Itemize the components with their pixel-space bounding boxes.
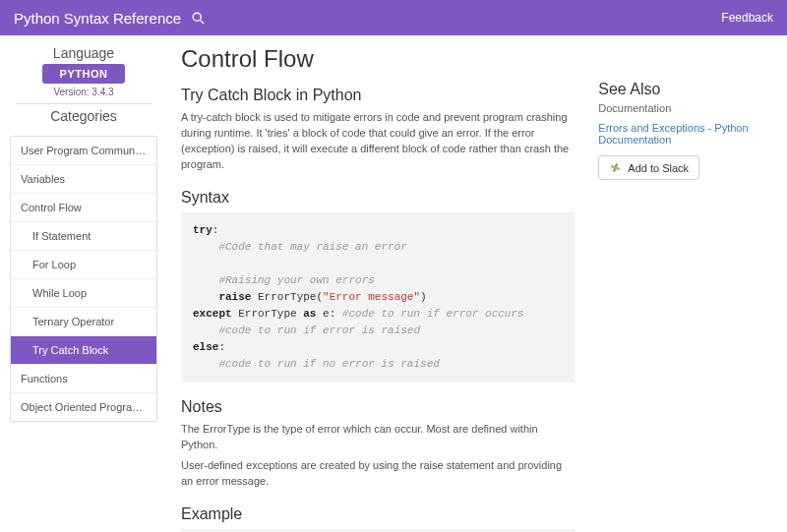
language-block: Language PYTHON Version: 3.4.3 — [10, 41, 157, 103]
search-icon[interactable] — [191, 11, 206, 26]
layout: Language PYTHON Version: 3.4.3 Categorie… — [0, 35, 787, 532]
documentation-label: Documentation — [598, 102, 787, 114]
svg-point-0 — [193, 13, 201, 21]
intro-text: A try-catch block is used to mitigate er… — [181, 110, 575, 173]
language-button[interactable]: PYTHON — [42, 64, 126, 84]
external-doc-link[interactable]: Errors and Exceptions - Python Documenta… — [598, 122, 787, 146]
sidebar-item[interactable]: For Loop — [11, 251, 156, 279]
sidebar-item[interactable]: Ternary Operator — [11, 308, 156, 336]
sidebar-item[interactable]: Object Oriented Progra… — [11, 393, 156, 421]
section-example-heading: Example — [181, 505, 575, 523]
sidebar-item[interactable]: While Loop — [11, 279, 156, 308]
slack-button-label: Add to Slack — [628, 162, 689, 174]
slack-icon — [609, 161, 622, 174]
note-1: The ErrorType is the type of error which… — [181, 422, 575, 453]
syntax-code-block: try: #Code that may raise an error #Rais… — [181, 212, 575, 383]
sidebar-item[interactable]: Try Catch Block — [11, 336, 156, 365]
header-left: Python Syntax Reference — [14, 10, 206, 27]
section-syntax-heading: Syntax — [181, 189, 575, 207]
see-also-title: See Also — [598, 81, 787, 98]
note-2: User-defined exceptions are created by u… — [181, 458, 575, 490]
sidebar: Language PYTHON Version: 3.4.3 Categorie… — [10, 41, 157, 532]
app-header: Python Syntax Reference Feedback — [0, 0, 787, 35]
main: Control Flow Try Catch Block in Python A… — [163, 35, 787, 532]
page-title: Control Flow — [181, 45, 575, 73]
app-title: Python Syntax Reference — [14, 10, 181, 27]
section-notes-heading: Notes — [181, 398, 575, 416]
categories-block: Categories — [10, 104, 157, 130]
see-also-aside: See Also Documentation Errors and Except… — [598, 45, 787, 532]
sidebar-item[interactable]: Variables — [11, 165, 156, 194]
svg-line-1 — [201, 20, 204, 23]
sidebar-item[interactable]: If Statement — [11, 222, 156, 251]
sidebar-item[interactable]: User Program Communi… — [11, 137, 156, 165]
feedback-link[interactable]: Feedback — [721, 11, 773, 25]
sidebar-item[interactable]: Control Flow — [11, 194, 156, 222]
version-label: Version: 3.4.3 — [10, 87, 157, 97]
section-intro-heading: Try Catch Block in Python — [181, 87, 575, 104]
language-label: Language — [10, 45, 157, 61]
categories-label: Categories — [10, 108, 157, 124]
add-to-slack-button[interactable]: Add to Slack — [598, 155, 699, 180]
content: Control Flow Try Catch Block in Python A… — [181, 45, 575, 532]
categories-panel: User Program Communi…VariablesControl Fl… — [10, 136, 157, 422]
sidebar-item[interactable]: Functions — [11, 365, 156, 393]
